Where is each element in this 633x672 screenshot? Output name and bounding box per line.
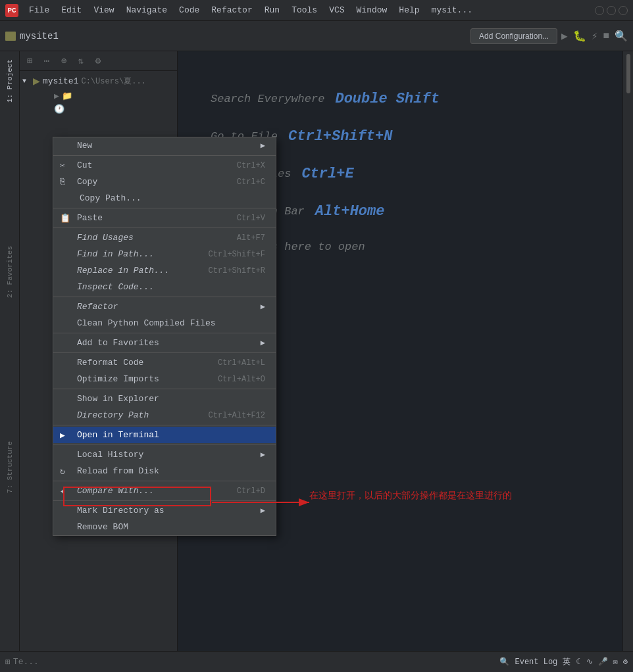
coverage-icon[interactable]: ⚡ bbox=[592, 30, 598, 43]
minimize-button[interactable] bbox=[595, 6, 604, 15]
menu-item-copy-path[interactable]: Copy Path... bbox=[53, 190, 276, 206]
menu-arrow-new: ▶ bbox=[261, 141, 265, 151]
panel-add-icon[interactable]: ⊕ bbox=[57, 54, 71, 68]
menu-edit[interactable]: Edit bbox=[56, 4, 87, 16]
separator-10 bbox=[53, 481, 276, 481]
separator-4 bbox=[53, 297, 276, 297]
panel-gear-icon[interactable]: ⋯ bbox=[39, 54, 54, 68]
wave-icon: ∿ bbox=[586, 657, 593, 667]
settings-icon-status[interactable]: ⚙ bbox=[623, 657, 628, 667]
lang-indicator: 英 bbox=[563, 656, 570, 667]
menu-label-remove-bom: Remove BOM bbox=[77, 522, 265, 532]
menu-project[interactable]: mysit... bbox=[426, 4, 478, 16]
menu-item-reformat[interactable]: Reformat Code Ctrl+Alt+L bbox=[53, 354, 276, 371]
menu-item-dir-path[interactable]: Directory Path Ctrl+Alt+F12 bbox=[53, 407, 276, 423]
project-panel: ⊞ ⋯ ⊕ ⇅ ⚙ ▼ ▶ mysite1 C:\Users\夏... ▶ 📁 … bbox=[20, 51, 178, 651]
tree-subitem-2[interactable]: 🕐 bbox=[20, 103, 177, 116]
menu-window[interactable]: Window bbox=[351, 4, 393, 16]
panel-sort-icon[interactable]: ⇅ bbox=[74, 54, 88, 68]
search-status-icon[interactable]: 🔍 bbox=[499, 657, 509, 667]
tree-folder-1: 📁 bbox=[62, 91, 72, 101]
compare-icon: ✦ bbox=[60, 486, 65, 496]
menu-item-paste[interactable]: 📋 Paste Ctrl+V bbox=[53, 210, 276, 226]
separator-6 bbox=[53, 352, 276, 353]
menu-arrow-refactor: ▶ bbox=[261, 302, 265, 312]
menu-item-reload[interactable]: ↻ Reload from Disk bbox=[53, 463, 276, 479]
app-logo: PC bbox=[5, 4, 18, 17]
toolbar-run-icons: ▶ 🐛 ⚡ ■ 🔍 bbox=[561, 30, 628, 43]
cut-icon: ✂ bbox=[60, 160, 65, 171]
panel-settings-icon[interactable]: ⚙ bbox=[91, 54, 105, 68]
menu-help[interactable]: Help bbox=[393, 4, 424, 16]
menu-item-replace-path[interactable]: Replace in Path... Ctrl+Shift+R bbox=[53, 262, 276, 279]
sidebar-tab-structure[interactable]: 7: Structure bbox=[3, 436, 16, 498]
tree-subitem-1[interactable]: ▶ 📁 bbox=[20, 89, 177, 103]
menu-item-show-explorer[interactable]: Show in Explorer bbox=[53, 391, 276, 407]
menu-item-inspect[interactable]: Inspect Code... bbox=[53, 279, 276, 295]
replace-path-shortcut: Ctrl+Shift+R bbox=[209, 266, 265, 276]
menu-item-clean-python[interactable]: Clean Python Compiled Files bbox=[53, 315, 276, 331]
main-toolbar: mysite1 Add Configuration... ▶ 🐛 ⚡ ■ 🔍 bbox=[0, 21, 633, 51]
project-root-path: C:\Users\夏... bbox=[81, 76, 145, 87]
menu-item-find-path[interactable]: Find in Path... Ctrl+Shift+F bbox=[53, 246, 276, 262]
menu-label-copy-path: Copy Path... bbox=[77, 193, 265, 203]
hint-shortcut-3: Ctrl+E bbox=[301, 166, 353, 182]
event-log-label[interactable]: Event Log bbox=[515, 658, 557, 667]
cut-shortcut: Ctrl+X bbox=[237, 161, 265, 170]
menu-item-cut[interactable]: ✂ Cut Ctrl+X bbox=[53, 157, 276, 174]
menu-item-favorites[interactable]: Add to Favorites ▶ bbox=[53, 335, 276, 351]
debug-icon[interactable]: 🐛 bbox=[573, 30, 586, 43]
panel-layout-icon[interactable]: ⊞ bbox=[22, 54, 37, 68]
tree-icon-1: ▶ bbox=[54, 91, 59, 101]
menu-vcs[interactable]: VCS bbox=[324, 4, 349, 16]
menu-code[interactable]: Code bbox=[174, 4, 205, 16]
sidebar-tab-favorites[interactable]: 2: Favorites bbox=[3, 241, 16, 303]
maximize-button[interactable] bbox=[607, 6, 616, 15]
run-icon[interactable]: ▶ bbox=[561, 30, 568, 43]
menu-file[interactable]: File bbox=[24, 4, 55, 16]
menu-item-open-terminal[interactable]: ▶ Open in Terminal bbox=[53, 427, 276, 443]
search-everywhere-icon[interactable]: 🔍 bbox=[615, 30, 628, 43]
find-path-shortcut: Ctrl+Shift+F bbox=[209, 250, 265, 259]
right-scrollbar[interactable] bbox=[622, 51, 633, 651]
menu-item-optimize[interactable]: Optimize Imports Ctrl+Alt+O bbox=[53, 371, 276, 387]
menu-view[interactable]: View bbox=[88, 4, 119, 16]
separator-9 bbox=[53, 444, 276, 445]
menu-item-new[interactable]: New ▶ bbox=[53, 137, 276, 154]
menu-item-local-history[interactable]: Local History ▶ bbox=[53, 446, 276, 463]
sidebar-tab-project[interactable]: 1: Project bbox=[3, 54, 16, 108]
menu-item-remove-bom[interactable]: Remove BOM bbox=[53, 519, 276, 535]
menu-label-reformat: Reformat Code bbox=[77, 358, 213, 368]
menu-label-dir-path: Directory Path bbox=[77, 410, 203, 420]
menu-tools[interactable]: Tools bbox=[286, 4, 322, 16]
menu-navigate[interactable]: Navigate bbox=[121, 4, 172, 16]
menu-label-paste: Paste bbox=[77, 213, 232, 223]
menu-label-reload: Reload from Disk bbox=[77, 466, 265, 476]
find-usages-shortcut: Alt+F7 bbox=[237, 233, 265, 243]
tree-arrow-root: ▼ bbox=[22, 78, 30, 85]
project-root-label: mysite1 bbox=[43, 76, 79, 86]
copy-shortcut: Ctrl+C bbox=[237, 178, 265, 187]
menu-refactor[interactable]: Refactor bbox=[206, 4, 257, 16]
tree-icon-2: 🕐 bbox=[54, 104, 64, 114]
add-configuration-button[interactable]: Add Configuration... bbox=[470, 28, 557, 44]
menu-item-refactor[interactable]: Refactor ▶ bbox=[53, 299, 276, 315]
project-root-item[interactable]: ▼ ▶ mysite1 C:\Users\夏... bbox=[20, 72, 177, 89]
menu-item-find-usages[interactable]: Find Usages Alt+F7 bbox=[53, 229, 276, 246]
paste-shortcut: Ctrl+V bbox=[237, 214, 265, 223]
stop-icon[interactable]: ■ bbox=[603, 30, 609, 42]
menu-item-compare[interactable]: ✦ Compare With... Ctrl+D bbox=[53, 483, 276, 499]
project-folder-icon bbox=[5, 32, 16, 41]
left-sidebar-tabs: 1: Project 2: Favorites 7: Structure bbox=[0, 51, 20, 651]
separator-8 bbox=[53, 425, 276, 425]
copy-icon: ⎘ bbox=[60, 177, 65, 187]
moon-icon: ☾ bbox=[576, 657, 580, 667]
menu-label-optimize: Optimize Imports bbox=[77, 374, 213, 384]
menu-item-mark-dir[interactable]: Mark Directory as ▶ bbox=[53, 502, 276, 519]
terminal-tab[interactable]: ⊞ Te... bbox=[5, 657, 39, 667]
project-name-text: mysite1 bbox=[20, 31, 59, 41]
scrollbar-thumb[interactable] bbox=[626, 54, 630, 93]
menu-run[interactable]: Run bbox=[259, 4, 285, 16]
close-button[interactable] bbox=[619, 6, 628, 15]
menu-item-copy[interactable]: ⎘ Copy Ctrl+C bbox=[53, 174, 276, 190]
